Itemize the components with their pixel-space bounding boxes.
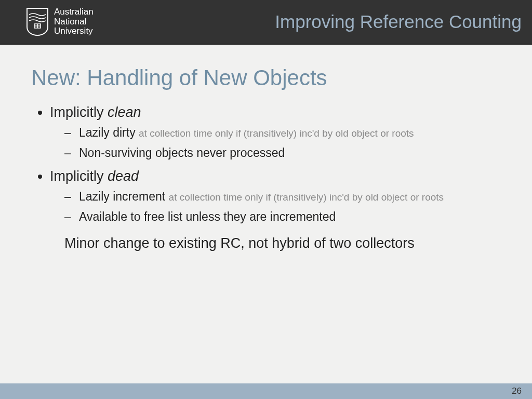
- bullet-1-sublist: Lazily dirty at collection time only if …: [50, 125, 501, 161]
- footer-bar: 26: [0, 383, 532, 399]
- bullet-2-sub-2: Available to free list unless they are i…: [64, 209, 501, 225]
- header-title: Improving Reference Counting: [275, 11, 522, 32]
- bullet-1-sub-1: Lazily dirty at collection time only if …: [64, 125, 501, 141]
- b1s1-b: dirty: [113, 126, 139, 139]
- slide-content: New: Handling of New Objects Implicitly …: [0, 45, 532, 251]
- logo-area: Australian National University: [0, 7, 94, 36]
- summary-text: Minor change to existing RC, not hybrid …: [64, 235, 501, 251]
- b2s1-a: Lazily increment: [79, 190, 169, 203]
- b2s1-note: at collection time only if (transitively…: [169, 192, 444, 203]
- bullet-1-sub-2: Non-surviving objects never processed: [64, 145, 501, 161]
- bullet-2: Implicitly dead Lazily increment at coll…: [50, 167, 501, 225]
- bullet-1-em: clean: [108, 104, 141, 120]
- bullet-2-prefix: Implicitly: [50, 168, 108, 184]
- bullet-2-sub-1: Lazily increment at collection time only…: [64, 189, 501, 205]
- b1s1-a: Lazily: [79, 126, 113, 139]
- uni-line-1: Australian: [54, 7, 94, 17]
- bullet-1-prefix: Implicitly: [50, 104, 108, 120]
- university-name: Australian National University: [54, 7, 94, 36]
- bullet-list: Implicitly clean Lazily dirty at collect…: [31, 103, 501, 225]
- page-number: 26: [512, 386, 522, 396]
- slide-title: New: Handling of New Objects: [31, 65, 501, 90]
- b1s1-note: at collection time only if (transitively…: [139, 128, 414, 139]
- uni-line-3: University: [54, 26, 94, 36]
- bullet-2-sublist: Lazily increment at collection time only…: [50, 189, 501, 225]
- bullet-1: Implicitly clean Lazily dirty at collect…: [50, 103, 501, 162]
- header-bar: Australian National University Improving…: [0, 0, 532, 45]
- uni-line-2: National: [54, 17, 94, 26]
- bullet-2-em: dead: [108, 168, 139, 184]
- anu-crest-icon: [26, 7, 49, 36]
